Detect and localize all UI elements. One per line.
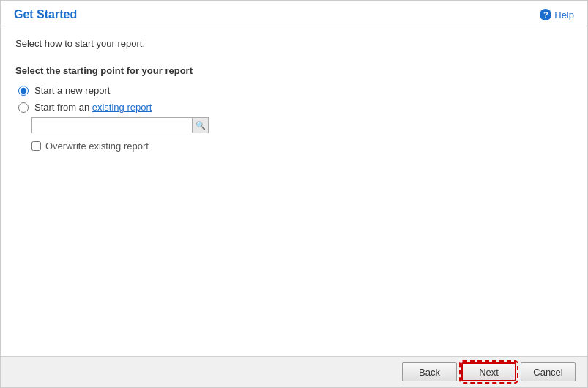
page-wrapper: Get Started ? Help Select how to start y…	[0, 0, 588, 388]
existing-report-link[interactable]: existing report	[92, 102, 152, 113]
subtitle-text: Select how to start your report.	[15, 38, 573, 49]
browse-button[interactable]: 🔍	[193, 117, 209, 133]
radio-item-new-report[interactable]: Start a new report	[18, 85, 573, 96]
header: Get Started ? Help	[1, 1, 587, 26]
cancel-button[interactable]: Cancel	[521, 362, 576, 381]
radio-existing-report[interactable]	[18, 102, 29, 113]
next-button[interactable]: Next	[461, 362, 516, 381]
browse-icon: 🔍	[196, 121, 206, 130]
overwrite-label: Overwrite existing report	[45, 141, 149, 152]
radio-existing-report-label: Start from an existing report	[34, 102, 152, 113]
radio-group: Start a new report Start from an existin…	[18, 85, 573, 113]
page-title: Get Started	[14, 8, 77, 21]
help-link[interactable]: ? Help	[540, 9, 574, 20]
radio-new-report-label: Start a new report	[34, 85, 110, 96]
existing-label-before: Start from an	[34, 102, 92, 113]
checkbox-row[interactable]: Overwrite existing report	[31, 141, 573, 152]
section-heading: Select the starting point for your repor…	[15, 65, 573, 76]
main-content: Select how to start your report. Select …	[1, 26, 587, 356]
radio-item-existing-report[interactable]: Start from an existing report	[18, 102, 573, 113]
help-label: Help	[554, 10, 574, 20]
radio-new-report[interactable]	[18, 86, 29, 96]
browse-input[interactable]	[31, 117, 193, 133]
footer: Back Next Cancel	[1, 356, 587, 387]
overwrite-checkbox[interactable]	[31, 141, 41, 151]
browse-row: 🔍	[31, 117, 573, 133]
help-icon: ?	[540, 9, 551, 20]
back-button[interactable]: Back	[402, 362, 457, 381]
